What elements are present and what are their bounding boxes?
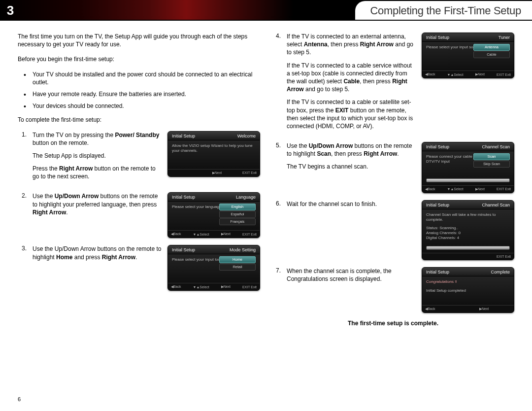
- step-number: 3.: [18, 245, 27, 252]
- t: ▼▲Select: [193, 232, 209, 236]
- t: EXIT Exit: [242, 285, 257, 289]
- t: Right Arrow: [364, 150, 397, 157]
- t: , then press: [328, 41, 360, 48]
- t: button on the remote.: [33, 139, 89, 146]
- t: Language: [236, 195, 256, 200]
- t: .: [135, 254, 137, 261]
- t: Congratulations !!: [426, 279, 510, 284]
- screenshot-scan-progress: Initial SetupChannel Scan Channel Scan w…: [422, 200, 514, 260]
- t: Right Arrow: [59, 165, 93, 172]
- t: ◀Back: [171, 232, 181, 236]
- t: ◀Back: [171, 285, 181, 289]
- t: Channel Scan: [482, 144, 510, 149]
- right-column: 4. If the TV is connected to an external…: [272, 33, 514, 327]
- step-7: 7. When the channel scan is complete, th…: [272, 267, 514, 313]
- t: ▼▲Select: [447, 72, 463, 76]
- t: Right Arrow: [33, 209, 66, 216]
- t: Right Arrow: [360, 41, 394, 48]
- t: and press: [72, 254, 101, 261]
- screenshot-mode: Initial SetupMode Setting Please select …: [167, 245, 260, 291]
- step-body: Wait for the channel scan to finish.: [287, 200, 416, 213]
- step-1: 1. Turn the TV on by pressing the Power/…: [18, 131, 260, 186]
- t: Mode Setting: [230, 247, 256, 252]
- title-box: Completing the First-Time Setup: [354, 0, 532, 21]
- t: Up/Down Arrow: [309, 142, 353, 149]
- opt: Home: [219, 256, 256, 263]
- t: Welcome: [237, 134, 256, 138]
- t: Status: Scanning..: [426, 226, 510, 231]
- t: Analog Channels: 0: [426, 231, 510, 236]
- step-2: 2. Use the Up/Down Arrow buttons on the …: [18, 192, 260, 238]
- opt: Cable: [473, 51, 510, 58]
- screenshot-welcome: Initial SetupWelcome Allow the VIZIO set…: [167, 131, 260, 177]
- t: , then press: [360, 78, 392, 85]
- t: Use the: [287, 142, 309, 149]
- step-body: Use the Up/Down Arrow buttons on the rem…: [287, 142, 416, 176]
- opt: Retail: [219, 264, 256, 271]
- t: Initial Setup: [426, 35, 449, 40]
- t: Wait for the channel scan to finish.: [287, 200, 416, 208]
- bullet-item: Your TV should be installed and the powe…: [33, 70, 260, 86]
- t: Digital Channels: 4: [426, 236, 510, 240]
- t: Initial Setup: [426, 270, 449, 274]
- step-3: 3. Use the Up/Down Arrow buttons on the …: [18, 245, 260, 291]
- bullet-item: Have your remote ready. Ensure the batte…: [33, 90, 260, 98]
- t: Allow the VIZIO setup Wizard to help you…: [168, 140, 260, 169]
- t: Turn the TV on by pressing the: [33, 132, 115, 138]
- t: Tuner: [499, 35, 510, 40]
- t: ◀Back: [425, 72, 435, 76]
- t: Initial Setup: [426, 203, 449, 207]
- step-body: When the channel scan is complete, the C…: [287, 267, 416, 288]
- t: Antenna: [304, 41, 328, 48]
- intro-text: The first time you turn on the TV, the S…: [18, 33, 260, 48]
- chapter-number: 3: [0, 0, 21, 21]
- t: EXIT Exit: [497, 255, 511, 258]
- steps-right: 4. If the TV is connected to an external…: [272, 33, 514, 313]
- t: Scan: [317, 150, 331, 157]
- step-number: 2.: [18, 192, 27, 199]
- opt: English: [219, 204, 256, 210]
- page-title: Completing the First-Time Setup: [370, 4, 521, 17]
- scan-progress-bar: [426, 246, 510, 250]
- t: ◀Back: [425, 307, 435, 311]
- t: .: [397, 150, 399, 157]
- step-4: 4. If the TV is connected to an external…: [272, 33, 514, 135]
- complete-label: To complete the first-time setup:: [18, 116, 260, 124]
- t: Channel Scan will take a few minutes to …: [426, 212, 510, 223]
- opt: Français: [219, 218, 256, 225]
- step-6: 6. Wait for the channel scan to finish. …: [272, 200, 514, 260]
- opt: Español: [219, 211, 256, 218]
- t: The TV begins a channel scan.: [287, 163, 416, 171]
- step-body: Use the Up/Down Arrow buttons on the rem…: [33, 245, 162, 266]
- t: EXIT Exit: [242, 171, 257, 175]
- step-body: If the TV is connected to an external an…: [287, 33, 416, 135]
- opt: Antenna: [473, 44, 510, 51]
- t: Channel Scan: [482, 203, 510, 207]
- t: Initial Setup: [426, 144, 449, 149]
- screenshot-language: Initial SetupLanguage Please select your…: [167, 192, 260, 238]
- page-number: 6: [18, 396, 21, 402]
- prereq-list: Your TV should be installed and the powe…: [18, 70, 260, 110]
- step-body: Use the Up/Down Arrow buttons on the rem…: [33, 192, 162, 221]
- t: ▼▲Select: [447, 187, 463, 191]
- step-number: 6.: [272, 200, 281, 207]
- content-columns: The first time you turn on the TV, the S…: [0, 21, 532, 327]
- step-body: Turn the TV on by pressing the Power/ St…: [33, 131, 162, 186]
- t: Up/Down Arrow: [55, 193, 99, 200]
- t: EXIT Exit: [242, 232, 257, 236]
- step-number: 1.: [18, 131, 27, 138]
- screenshot-scan: Initial SetupChannel Scan Please connect…: [422, 142, 514, 193]
- t: , then press: [331, 150, 364, 157]
- bullet-item: Your devices should be connected.: [33, 102, 260, 110]
- page-header: 3 Completing the First-Time Setup: [0, 0, 532, 21]
- t: Initial Setup completed: [426, 288, 510, 293]
- step-number: 5.: [272, 142, 281, 149]
- t: ▶Next: [475, 72, 485, 76]
- t: Initial Setup: [172, 134, 195, 138]
- scan-progress-bar: [426, 178, 510, 182]
- t: Initial Setup: [172, 195, 195, 200]
- before-label: Before you begin the first-time setup:: [18, 55, 260, 63]
- t: EXIT: [335, 107, 349, 114]
- t: Right Arrow: [102, 254, 135, 261]
- t: When the channel scan is complete, the C…: [287, 267, 416, 283]
